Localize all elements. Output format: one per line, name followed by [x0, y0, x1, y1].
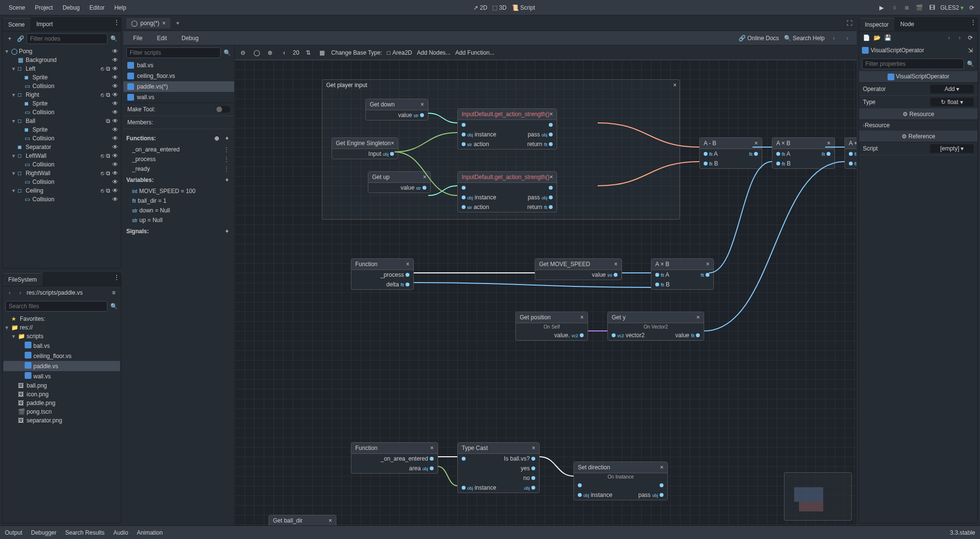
input-port[interactable]	[462, 186, 466, 190]
minimap[interactable]	[784, 472, 852, 521]
close-icon[interactable]: ×	[430, 445, 434, 451]
nav-back-icon[interactable]: ‹	[829, 34, 838, 43]
input-port[interactable]	[704, 162, 708, 165]
output-port[interactable]	[580, 333, 584, 337]
script-list-item[interactable]: paddle.vs(*)	[123, 81, 234, 92]
save-icon[interactable]: 💾	[883, 33, 892, 42]
bottom-debugger[interactable]: Debugger	[31, 529, 57, 536]
prop-value-dropdown[interactable]: [empty] ▾	[930, 144, 974, 153]
scene-node[interactable]: ▦Background👁	[3, 56, 120, 64]
visibility-icon[interactable]: 👁	[112, 179, 118, 185]
output-port[interactable]	[754, 152, 758, 156]
menu-scene[interactable]: Scene	[4, 2, 30, 13]
visibility-icon[interactable]: 👁	[112, 135, 118, 142]
graph-node[interactable]: Get ball_dir×	[269, 515, 336, 525]
output-port[interactable]	[422, 186, 426, 190]
scene-node[interactable]: ▾□Ball⧉👁	[3, 117, 120, 125]
add-icon[interactable]: +	[223, 176, 231, 184]
visibility-icon[interactable]: ⧉	[106, 65, 110, 72]
play-scene-icon[interactable]: 🎬	[915, 3, 924, 12]
pause-icon[interactable]: ⏸	[890, 3, 899, 12]
graph-node[interactable]: A × B× flt A flt flt B	[772, 137, 835, 169]
visibility-icon[interactable]: 👁	[112, 48, 118, 55]
graph-node[interactable]: A - B× flt A flt flt B	[699, 137, 762, 169]
search-icon[interactable]: 🔍	[966, 60, 975, 68]
output-port[interactable]	[549, 195, 553, 199]
scene-node[interactable]: ▾□RightWall⎋⧉👁	[3, 169, 120, 178]
prop-value-dropdown[interactable]: Add ▾	[930, 85, 974, 93]
history-icon[interactable]: ⟳	[966, 33, 975, 42]
visibility-icon[interactable]: ⎋	[101, 187, 104, 194]
graph-node[interactable]: Function×_process delta flt	[351, 258, 414, 290]
fs-item[interactable]: ball.vs	[3, 341, 120, 351]
script-list-item[interactable]: wall.vs	[123, 92, 234, 103]
load-icon[interactable]: 📂	[873, 33, 881, 42]
fs-item[interactable]: ceiling_floor.vs	[3, 351, 120, 361]
scene-node[interactable]: ◙Sprite👁	[3, 73, 120, 82]
tab-filesystem[interactable]: FileSystem	[2, 273, 43, 286]
scene-node[interactable]: ▭Collision👁	[3, 82, 120, 90]
close-icon[interactable]: ×	[406, 261, 409, 268]
close-icon[interactable]: ×	[673, 82, 677, 89]
zoom-reset-icon[interactable]: ◯	[252, 48, 261, 57]
scene-node[interactable]: ▾◯Pong👁	[3, 47, 120, 56]
close-icon[interactable]: ×	[532, 445, 535, 451]
fs-item[interactable]: ★Favorites:	[3, 314, 120, 323]
input-port[interactable]	[462, 142, 466, 146]
visibility-icon[interactable]: 👁	[112, 126, 118, 133]
output-port[interactable]	[660, 483, 663, 487]
scene-node[interactable]: ◙Separator👁	[3, 143, 120, 151]
online-docs-link[interactable]: 🔗 Online Docs	[739, 35, 779, 42]
scene-node[interactable]: ▭Collision👁	[3, 178, 120, 186]
input-port[interactable]	[849, 162, 853, 165]
zoom-value[interactable]: 20	[293, 49, 299, 56]
close-icon[interactable]: ×	[549, 174, 553, 180]
input-port[interactable]	[462, 195, 466, 199]
scripts-filter-input[interactable]	[126, 47, 221, 58]
mode-2d[interactable]: ↗ 2D	[473, 4, 487, 11]
filesystem-tree[interactable]: ★Favorites:▾📁res://▾📁scriptsball.vsceili…	[2, 314, 121, 523]
search-icon[interactable]: 🔍	[223, 48, 231, 57]
graph-node[interactable]: InputDefault.get_action_strength()× obj …	[457, 108, 557, 150]
input-port[interactable]	[462, 205, 466, 209]
input-port[interactable]	[655, 283, 659, 286]
variable-item[interactable]: intMOVE_SPEED = 100	[126, 186, 231, 196]
panel-menu-icon[interactable]: ⋮	[112, 273, 121, 282]
variable-item[interactable]: fltball_dir = 1	[126, 196, 231, 206]
expand-icon[interactable]: ⇲	[966, 46, 975, 55]
nav-fwd-icon[interactable]: ›	[843, 34, 852, 43]
output-port[interactable]	[531, 486, 535, 490]
scene-node[interactable]: ◙Sprite👁	[3, 99, 120, 108]
script-menu-edit[interactable]: Edit	[152, 33, 172, 44]
output-port[interactable]	[614, 273, 618, 277]
output-port[interactable]	[406, 283, 409, 286]
output-port[interactable]	[430, 466, 434, 470]
output-port[interactable]	[531, 466, 535, 470]
visibility-icon[interactable]: ⎋	[101, 152, 104, 159]
graph-node[interactable]: A × B× flt A flt flt B	[651, 258, 714, 290]
fs-item[interactable]: 🖼ball.png	[3, 381, 120, 390]
visibility-icon[interactable]: 👁	[112, 100, 118, 107]
variable-item[interactable]: strup = Null	[126, 215, 231, 225]
bottom-audio[interactable]: Audio	[113, 529, 128, 536]
snap-icon[interactable]: ⫞	[279, 48, 288, 57]
renderer-label[interactable]: GLES2 ▾	[940, 4, 964, 11]
add-function-button[interactable]: Add Function...	[455, 49, 495, 56]
graph-node[interactable]: Get position×On Selfvalue. vc2	[515, 312, 588, 341]
input-port[interactable]	[462, 457, 466, 461]
graph-node[interactable]: Get up×value str	[368, 171, 431, 193]
input-port[interactable]	[704, 152, 708, 156]
mode-3d[interactable]: ⬚ 3D	[492, 4, 507, 11]
visibility-icon[interactable]: 👁	[112, 109, 118, 116]
graph-node[interactable]: Get Engine Singleton×Input obj	[332, 137, 398, 159]
variable-item[interactable]: strdown = Null	[126, 206, 231, 215]
close-icon[interactable]: ×	[660, 464, 663, 471]
close-icon[interactable]: ×	[162, 20, 166, 27]
tab-inspector[interactable]: Inspector	[859, 18, 894, 31]
make-tool-toggle[interactable]	[216, 106, 230, 113]
stop-icon[interactable]: ⏹	[903, 3, 911, 12]
visibility-icon[interactable]: ⎋	[101, 170, 104, 177]
close-icon[interactable]: ×	[614, 261, 618, 268]
visibility-icon[interactable]: ⎋	[101, 91, 104, 98]
section-header[interactable]: VisualScriptOperator	[859, 71, 978, 83]
